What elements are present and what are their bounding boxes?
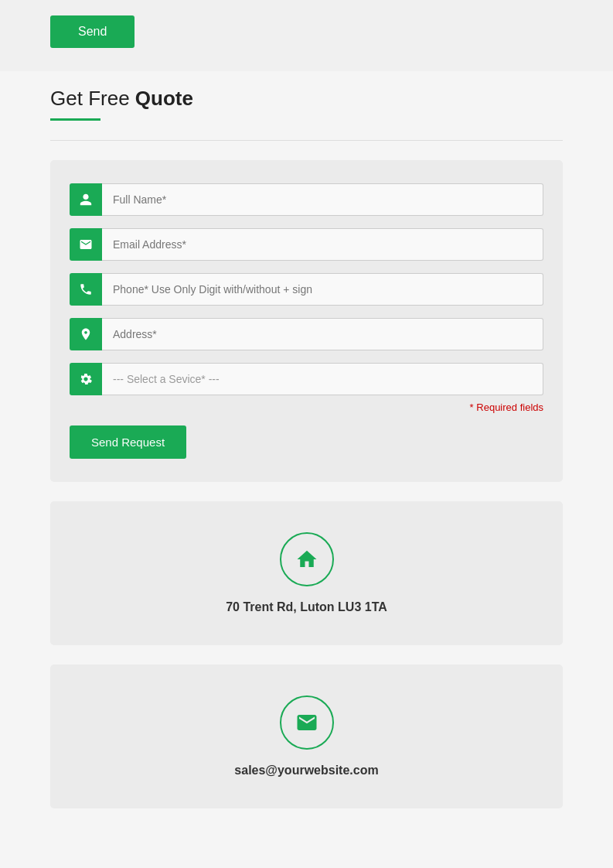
email-input[interactable] (102, 228, 543, 261)
divider-line (50, 140, 563, 141)
service-icon (70, 363, 102, 395)
full-name-group (70, 183, 543, 216)
section-title: Get Free Quote (50, 87, 563, 111)
phone-icon (70, 273, 102, 306)
home-icon (295, 548, 318, 571)
user-icon (70, 183, 102, 216)
phone-group (70, 273, 543, 306)
phone-input[interactable] (102, 273, 543, 306)
full-name-input[interactable] (102, 183, 543, 216)
email-text: sales@yourwebsite.com (234, 764, 378, 777)
title-underline (50, 118, 100, 121)
send-button[interactable]: Send (50, 15, 135, 48)
top-section: Send (0, 0, 613, 71)
home-icon-circle (280, 532, 334, 586)
email-icon-circle (280, 695, 334, 750)
send-request-button[interactable]: Send Request (70, 425, 186, 459)
address-card: 70 Trent Rd, Luton LU3 1TA (50, 501, 563, 645)
service-select[interactable]: --- Select a Sevice* --- Service 1 Servi… (102, 363, 543, 395)
address-group (70, 318, 543, 350)
address-icon (70, 318, 102, 350)
envelope-icon (295, 711, 318, 734)
address-input[interactable] (102, 318, 543, 350)
email-group (70, 228, 543, 261)
required-note: * Required fields (70, 402, 543, 413)
service-group: --- Select a Sevice* --- Service 1 Servi… (70, 363, 543, 395)
email-icon (70, 228, 102, 261)
address-text: 70 Trent Rd, Luton LU3 1TA (226, 600, 387, 614)
main-content: Get Free Quote (0, 87, 613, 808)
email-card: sales@yourwebsite.com (50, 665, 563, 808)
form-card: --- Select a Sevice* --- Service 1 Servi… (50, 160, 563, 482)
